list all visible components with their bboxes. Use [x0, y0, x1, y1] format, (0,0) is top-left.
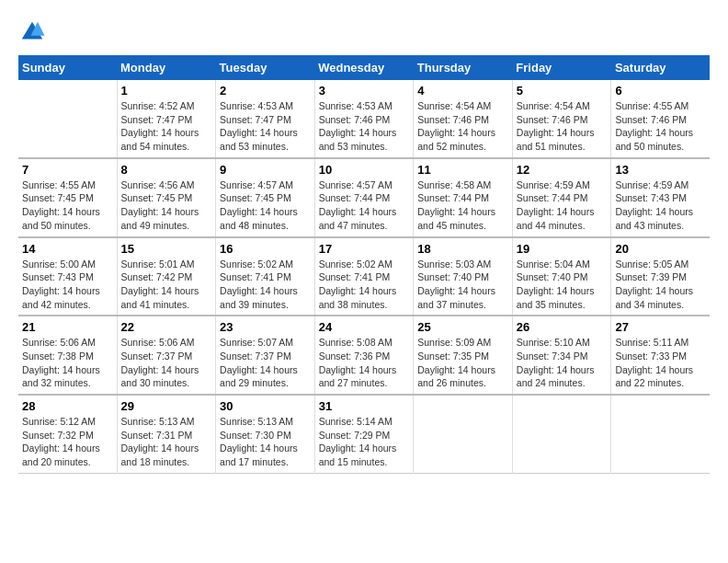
day-number: 28 — [22, 399, 113, 413]
calendar-table: SundayMondayTuesdayWednesdayThursdayFrid… — [18, 55, 710, 474]
day-number: 4 — [417, 84, 508, 98]
calendar-cell: 9Sunrise: 4:57 AM Sunset: 7:45 PM Daylig… — [216, 158, 315, 237]
day-number: 26 — [517, 320, 608, 334]
logo — [18, 18, 50, 46]
calendar-cell: 16Sunrise: 5:02 AM Sunset: 7:41 PM Dayli… — [216, 237, 315, 316]
day-number: 1 — [121, 84, 212, 98]
day-number: 29 — [121, 399, 212, 413]
day-info: Sunrise: 5:13 AM Sunset: 7:30 PM Dayligh… — [220, 415, 311, 469]
calendar-cell: 12Sunrise: 4:59 AM Sunset: 7:44 PM Dayli… — [512, 158, 611, 237]
calendar-cell: 22Sunrise: 5:06 AM Sunset: 7:37 PM Dayli… — [117, 316, 216, 395]
calendar-cell: 13Sunrise: 4:59 AM Sunset: 7:43 PM Dayli… — [611, 158, 710, 237]
day-of-week-header: Wednesday — [314, 55, 414, 80]
day-number: 19 — [517, 242, 608, 256]
calendar-cell: 19Sunrise: 5:04 AM Sunset: 7:40 PM Dayli… — [512, 237, 611, 316]
calendar-cell: 25Sunrise: 5:09 AM Sunset: 7:35 PM Dayli… — [414, 316, 513, 395]
day-info: Sunrise: 5:08 AM Sunset: 7:36 PM Dayligh… — [319, 336, 410, 390]
day-info: Sunrise: 4:53 AM Sunset: 7:47 PM Dayligh… — [220, 99, 311, 154]
calendar-cell: 6Sunrise: 4:55 AM Sunset: 7:46 PM Daylig… — [611, 80, 710, 158]
day-info: Sunrise: 5:05 AM Sunset: 7:39 PM Dayligh… — [615, 258, 706, 312]
day-number: 11 — [417, 163, 508, 177]
day-info: Sunrise: 5:07 AM Sunset: 7:37 PM Dayligh… — [220, 336, 311, 390]
calendar-cell: 28Sunrise: 5:12 AM Sunset: 7:32 PM Dayli… — [18, 395, 117, 473]
calendar-week-row: 7Sunrise: 4:55 AM Sunset: 7:45 PM Daylig… — [18, 158, 710, 237]
day-info: Sunrise: 5:04 AM Sunset: 7:40 PM Dayligh… — [517, 258, 608, 312]
calendar-cell: 11Sunrise: 4:58 AM Sunset: 7:44 PM Dayli… — [414, 158, 513, 237]
calendar-cell: 29Sunrise: 5:13 AM Sunset: 7:31 PM Dayli… — [117, 395, 216, 473]
calendar-cell: 21Sunrise: 5:06 AM Sunset: 7:38 PM Dayli… — [18, 316, 117, 395]
day-info: Sunrise: 5:13 AM Sunset: 7:31 PM Dayligh… — [121, 415, 212, 469]
calendar-cell: 2Sunrise: 4:53 AM Sunset: 7:47 PM Daylig… — [216, 80, 315, 158]
day-number: 2 — [220, 84, 311, 98]
day-of-week-header: Thursday — [414, 55, 513, 80]
day-info: Sunrise: 4:54 AM Sunset: 7:46 PM Dayligh… — [417, 99, 508, 154]
day-info: Sunrise: 5:06 AM Sunset: 7:38 PM Dayligh… — [22, 336, 113, 390]
calendar-cell — [512, 395, 611, 473]
day-info: Sunrise: 5:09 AM Sunset: 7:35 PM Dayligh… — [417, 336, 508, 390]
day-info: Sunrise: 5:01 AM Sunset: 7:42 PM Dayligh… — [121, 258, 212, 312]
day-info: Sunrise: 4:57 AM Sunset: 7:44 PM Dayligh… — [319, 178, 410, 233]
calendar-cell: 8Sunrise: 4:56 AM Sunset: 7:45 PM Daylig… — [117, 158, 216, 237]
calendar-cell: 10Sunrise: 4:57 AM Sunset: 7:44 PM Dayli… — [314, 158, 414, 237]
day-number: 6 — [615, 84, 706, 98]
calendar-week-row: 14Sunrise: 5:00 AM Sunset: 7:43 PM Dayli… — [18, 237, 710, 316]
day-number: 3 — [319, 84, 410, 98]
calendar-cell — [18, 80, 117, 158]
day-info: Sunrise: 5:02 AM Sunset: 7:41 PM Dayligh… — [319, 258, 410, 312]
day-info: Sunrise: 5:14 AM Sunset: 7:29 PM Dayligh… — [319, 415, 410, 469]
day-of-week-header: Tuesday — [216, 55, 315, 80]
calendar-cell: 20Sunrise: 5:05 AM Sunset: 7:39 PM Dayli… — [611, 237, 710, 316]
day-info: Sunrise: 5:02 AM Sunset: 7:41 PM Dayligh… — [220, 258, 311, 312]
calendar-week-row: 28Sunrise: 5:12 AM Sunset: 7:32 PM Dayli… — [18, 395, 710, 473]
day-number: 9 — [220, 163, 311, 177]
day-number: 21 — [22, 320, 113, 334]
calendar-cell: 17Sunrise: 5:02 AM Sunset: 7:41 PM Dayli… — [314, 237, 414, 316]
day-number: 10 — [319, 163, 410, 177]
day-number: 8 — [121, 163, 212, 177]
day-number: 27 — [615, 320, 706, 334]
calendar-cell: 27Sunrise: 5:11 AM Sunset: 7:33 PM Dayli… — [611, 316, 710, 395]
calendar-cell: 24Sunrise: 5:08 AM Sunset: 7:36 PM Dayli… — [314, 316, 414, 395]
day-info: Sunrise: 4:59 AM Sunset: 7:44 PM Dayligh… — [517, 178, 608, 233]
day-number: 16 — [220, 242, 311, 256]
day-number: 30 — [220, 399, 311, 413]
calendar-cell: 30Sunrise: 5:13 AM Sunset: 7:30 PM Dayli… — [216, 395, 315, 473]
calendar-cell: 23Sunrise: 5:07 AM Sunset: 7:37 PM Dayli… — [216, 316, 315, 395]
calendar-body: 1Sunrise: 4:52 AM Sunset: 7:47 PM Daylig… — [18, 80, 710, 473]
day-number: 24 — [319, 320, 410, 334]
day-number: 13 — [615, 163, 706, 177]
day-info: Sunrise: 5:11 AM Sunset: 7:33 PM Dayligh… — [615, 336, 706, 390]
calendar-cell: 26Sunrise: 5:10 AM Sunset: 7:34 PM Dayli… — [512, 316, 611, 395]
day-info: Sunrise: 5:10 AM Sunset: 7:34 PM Dayligh… — [517, 336, 608, 390]
calendar-cell: 18Sunrise: 5:03 AM Sunset: 7:40 PM Dayli… — [414, 237, 513, 316]
day-info: Sunrise: 4:52 AM Sunset: 7:47 PM Dayligh… — [121, 99, 212, 154]
day-of-week-header: Saturday — [611, 55, 710, 80]
day-number: 23 — [220, 320, 311, 334]
day-info: Sunrise: 4:59 AM Sunset: 7:43 PM Dayligh… — [615, 178, 706, 233]
calendar-cell: 7Sunrise: 4:55 AM Sunset: 7:45 PM Daylig… — [18, 158, 117, 237]
day-number: 25 — [417, 320, 508, 334]
calendar-week-row: 21Sunrise: 5:06 AM Sunset: 7:38 PM Dayli… — [18, 316, 710, 395]
day-info: Sunrise: 5:06 AM Sunset: 7:37 PM Dayligh… — [121, 336, 212, 390]
day-info: Sunrise: 4:55 AM Sunset: 7:46 PM Dayligh… — [615, 99, 706, 154]
day-number: 20 — [615, 242, 706, 256]
calendar-header-row: SundayMondayTuesdayWednesdayThursdayFrid… — [18, 55, 710, 80]
calendar-cell: 14Sunrise: 5:00 AM Sunset: 7:43 PM Dayli… — [18, 237, 117, 316]
day-of-week-header: Monday — [117, 55, 216, 80]
calendar-cell: 31Sunrise: 5:14 AM Sunset: 7:29 PM Dayli… — [314, 395, 414, 473]
day-number: 12 — [517, 163, 608, 177]
day-of-week-header: Sunday — [18, 55, 117, 80]
day-info: Sunrise: 5:00 AM Sunset: 7:43 PM Dayligh… — [22, 258, 113, 312]
day-info: Sunrise: 5:03 AM Sunset: 7:40 PM Dayligh… — [417, 258, 508, 312]
calendar-cell: 1Sunrise: 4:52 AM Sunset: 7:47 PM Daylig… — [117, 80, 216, 158]
day-of-week-header: Friday — [512, 55, 611, 80]
day-info: Sunrise: 4:53 AM Sunset: 7:46 PM Dayligh… — [319, 99, 410, 154]
calendar-cell: 4Sunrise: 4:54 AM Sunset: 7:46 PM Daylig… — [414, 80, 513, 158]
calendar-cell — [414, 395, 513, 473]
day-info: Sunrise: 5:12 AM Sunset: 7:32 PM Dayligh… — [22, 415, 113, 469]
day-info: Sunrise: 4:56 AM Sunset: 7:45 PM Dayligh… — [121, 178, 212, 233]
calendar-cell: 5Sunrise: 4:54 AM Sunset: 7:46 PM Daylig… — [512, 80, 611, 158]
day-number: 18 — [417, 242, 508, 256]
calendar-cell: 15Sunrise: 5:01 AM Sunset: 7:42 PM Dayli… — [117, 237, 216, 316]
day-number: 5 — [517, 84, 608, 98]
